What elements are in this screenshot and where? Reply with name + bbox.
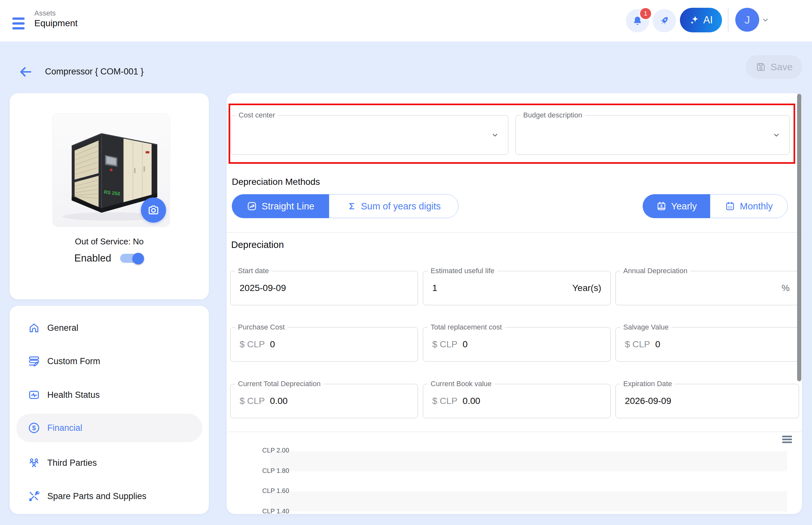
chevron-down-icon — [490, 131, 500, 139]
sidebar-item-custom-form[interactable]: Custom Form — [10, 344, 209, 378]
hamburger-menu-icon[interactable] — [12, 17, 25, 30]
sigma-icon — [347, 201, 356, 211]
app-header: Assets Equipment 1 — [0, 0, 812, 42]
field-label: Cost center — [236, 110, 278, 120]
enabled-toggle[interactable] — [120, 253, 144, 264]
page-title: Compressor { COM-001 } — [45, 67, 144, 77]
period-label: Monthly — [740, 201, 773, 212]
cost-center-select[interactable]: Cost center — [231, 115, 508, 155]
field-label: Budget description — [520, 110, 585, 120]
camera-icon — [147, 204, 160, 216]
current-total-depreciation-field[interactable]: Current Total Depreciation $ CLP 0.00 — [230, 384, 418, 418]
expiration-date-field[interactable]: Expiration Date 2026-09-09 — [616, 384, 799, 418]
asset-summary-card: RS 250 Out of Service: No Enabled — [10, 93, 209, 299]
sidebar-item-label: Custom Form — [47, 356, 100, 366]
sidebar-item-label: Third Parties — [47, 458, 97, 468]
percent-suffix: % — [782, 283, 789, 293]
current-total-depreciation-value: 0.00 — [270, 396, 288, 406]
period-yearly-button[interactable]: 8 Yearly — [643, 194, 710, 218]
currency-prefix: $ CLP — [432, 339, 457, 349]
purchase-cost-value: 0 — [270, 339, 275, 349]
health-status-icon — [28, 389, 40, 401]
chart-grid-band — [270, 451, 787, 471]
rocket-icon — [658, 15, 670, 27]
chart-y-tick: CLP 1.80 — [262, 467, 289, 475]
notification-badge: 1 — [639, 7, 652, 20]
chart-grid-band — [270, 491, 787, 511]
period-monthly-button[interactable]: Monthly — [710, 194, 788, 218]
expiration-date-value: 2026-09-09 — [625, 396, 671, 406]
method-label: Sum of years digits — [361, 201, 441, 212]
vertical-scrollbar[interactable] — [797, 94, 801, 381]
sidebar-item-spare-parts[interactable]: Spare Parts and Supplies — [10, 479, 209, 513]
start-date-field[interactable]: Start date 2025-09-09 — [230, 271, 418, 305]
avatar-initial: J — [745, 14, 750, 26]
method-sum-of-years-button[interactable]: Sum of years digits — [329, 194, 458, 218]
currency-prefix: $ CLP — [432, 396, 457, 406]
home-icon — [28, 322, 40, 334]
useful-life-field[interactable]: Estimated useful life 1 Year(s) — [423, 271, 610, 305]
sidebar-item-financial[interactable]: $ Financial — [10, 411, 209, 445]
budget-description-select[interactable]: Budget description — [515, 115, 789, 155]
calendar-year-icon: 8 — [656, 201, 667, 211]
replacement-cost-field[interactable]: Total replacement cost $ CLP 0 — [423, 327, 610, 362]
sparkles-icon — [689, 15, 700, 26]
section-divider — [227, 232, 802, 233]
sidebar-item-third-parties[interactable]: Third Parties — [10, 446, 209, 480]
chart-y-tick: CLP 2.00 — [262, 447, 289, 454]
spare-parts-icon — [28, 490, 40, 502]
svg-text:8: 8 — [661, 204, 662, 208]
enabled-label: Enabled — [74, 253, 112, 264]
section-divider — [227, 162, 802, 163]
whats-new-button[interactable] — [653, 9, 676, 32]
chart-y-tick: CLP 1.40 — [262, 508, 289, 514]
method-label: Straight Line — [262, 201, 314, 212]
section-divider — [227, 432, 802, 432]
out-of-service-status: Out of Service: No — [10, 237, 209, 246]
avatar[interactable]: J — [735, 8, 759, 32]
save-button-label: Save — [770, 61, 793, 73]
save-button[interactable]: Save — [745, 55, 802, 79]
replacement-cost-value: 0 — [463, 339, 468, 349]
ai-button-label: AI — [703, 14, 713, 26]
chart-y-tick: CLP 1.60 — [262, 487, 289, 495]
method-straight-line-button[interactable]: Straight Line — [232, 194, 329, 218]
currency-prefix: $ CLP — [625, 339, 650, 349]
back-button[interactable] — [18, 64, 34, 80]
depreciation-section-title: Depreciation — [231, 240, 284, 250]
change-photo-button[interactable] — [141, 197, 166, 223]
breadcrumb: Assets — [34, 9, 56, 17]
sidebar-item-general[interactable]: General — [10, 311, 209, 345]
methods-section-title: Depreciation Methods — [232, 177, 320, 187]
chart-menu-icon[interactable] — [782, 434, 793, 444]
chevron-down-icon — [772, 131, 781, 139]
calendar-month-icon — [725, 201, 735, 211]
salvage-value-field[interactable]: Salvage Value $ CLP 0 — [616, 327, 799, 362]
header-divider — [728, 8, 728, 32]
page-section-title: Equipment — [34, 18, 78, 29]
custom-form-icon — [28, 355, 40, 368]
save-floppy-icon — [755, 61, 766, 73]
currency-prefix: $ CLP — [240, 396, 265, 406]
chevron-down-icon[interactable] — [762, 16, 769, 24]
salvage-value-value: 0 — [655, 339, 661, 349]
sidebar-item-label: Financial — [47, 423, 82, 433]
current-book-value-value: 0.00 — [463, 396, 481, 406]
active-item-highlight — [16, 414, 202, 442]
trend-icon — [247, 201, 257, 211]
start-date-value: 2025-09-09 — [240, 283, 286, 293]
sidebar-item-label: Health Status — [47, 390, 100, 400]
purchase-cost-field[interactable]: Purchase Cost $ CLP 0 — [230, 327, 418, 362]
third-parties-icon — [28, 457, 40, 469]
annual-depreciation-field[interactable]: Annual Depreciation % — [616, 271, 799, 305]
asset-section-nav: General Custom Form Health Status $ — [10, 306, 209, 514]
ai-assistant-button[interactable]: AI — [680, 8, 722, 32]
toggle-thumb — [132, 253, 144, 265]
current-book-value-field[interactable]: Current Book value $ CLP 0.00 — [423, 384, 610, 418]
period-label: Yearly — [671, 201, 697, 212]
sidebar-item-health-status[interactable]: Health Status — [10, 378, 209, 412]
useful-life-unit: Year(s) — [572, 283, 601, 293]
financial-form-card: Cost center Budget description Depreciat… — [227, 93, 802, 514]
sidebar-item-label: Spare Parts and Supplies — [47, 491, 146, 501]
svg-text:$: $ — [32, 424, 36, 432]
